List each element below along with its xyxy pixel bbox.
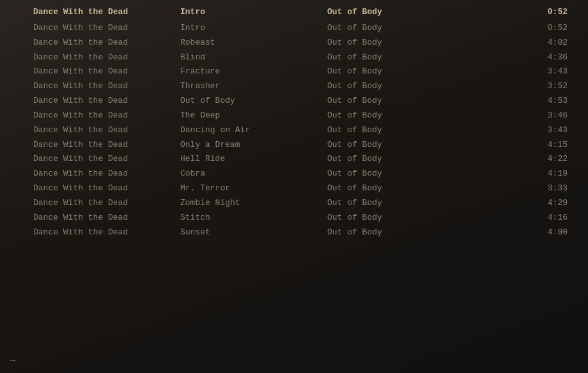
track-artist: Dance With the Dead bbox=[33, 37, 180, 49]
track-duration: 4:16 bbox=[474, 212, 578, 224]
track-duration: 3:46 bbox=[474, 110, 578, 122]
header-duration: 0:52 bbox=[474, 6, 578, 19]
track-duration: 4:19 bbox=[474, 168, 578, 180]
track-title: Hell Ride bbox=[180, 153, 327, 165]
track-album: Out of Body bbox=[327, 153, 474, 165]
track-album: Out of Body bbox=[327, 212, 474, 224]
track-duration: 3:33 bbox=[474, 183, 578, 195]
header-title: Intro bbox=[180, 6, 327, 19]
track-duration: 4:53 bbox=[474, 95, 578, 107]
track-title: Fracture bbox=[180, 66, 327, 78]
track-row[interactable]: Dance With the DeadOut of BodyOut of Bod… bbox=[0, 94, 588, 109]
track-artist: Dance With the Dead bbox=[33, 197, 180, 209]
track-duration: 4:02 bbox=[474, 37, 578, 49]
track-artist: Dance With the Dead bbox=[33, 212, 180, 224]
track-duration: 4:29 bbox=[474, 197, 578, 209]
track-title: Intro bbox=[180, 22, 327, 34]
track-album: Out of Body bbox=[327, 227, 474, 239]
header-album: Out of Body bbox=[327, 6, 474, 19]
track-title: The Deep bbox=[180, 110, 327, 122]
track-row[interactable]: Dance With the DeadRobeastOut of Body4:0… bbox=[0, 36, 588, 50]
track-album: Out of Body bbox=[327, 125, 474, 137]
track-artist: Dance With the Dead bbox=[33, 22, 180, 34]
track-row[interactable]: Dance With the DeadThrasherOut of Body3:… bbox=[0, 79, 588, 94]
track-album: Out of Body bbox=[327, 80, 474, 93]
track-title: Mr. Terror bbox=[180, 183, 327, 195]
track-album: Out of Body bbox=[327, 168, 474, 180]
track-duration: 4:00 bbox=[474, 227, 578, 239]
track-title: Thrasher bbox=[180, 80, 327, 93]
track-title: Only a Dream bbox=[180, 139, 327, 151]
track-artist: Dance With the Dead bbox=[33, 139, 180, 151]
track-duration: 0:52 bbox=[474, 22, 578, 34]
track-artist: Dance With the Dead bbox=[33, 183, 180, 195]
track-title: Robeast bbox=[180, 37, 327, 49]
track-title: Out of Body bbox=[180, 95, 327, 107]
track-album: Out of Body bbox=[327, 139, 474, 151]
track-row[interactable]: Dance With the DeadHell RideOut of Body4… bbox=[0, 152, 588, 167]
track-artist: Dance With the Dead bbox=[33, 95, 180, 107]
track-row[interactable]: Dance With the DeadStitchOut of Body4:16 bbox=[0, 211, 588, 225]
track-album: Out of Body bbox=[327, 95, 474, 107]
track-album: Out of Body bbox=[327, 22, 474, 34]
track-title: Sunset bbox=[180, 227, 327, 239]
track-row[interactable]: Dance With the DeadThe DeepOut of Body3:… bbox=[0, 109, 588, 123]
track-row[interactable]: Dance With the DeadCobraOut of Body4:19 bbox=[0, 167, 588, 181]
track-duration: 3:43 bbox=[474, 125, 578, 137]
track-title: Blind bbox=[180, 52, 327, 64]
track-album: Out of Body bbox=[327, 66, 474, 78]
track-duration: 4:36 bbox=[474, 52, 578, 64]
track-artist: Dance With the Dead bbox=[33, 110, 180, 122]
track-album: Out of Body bbox=[327, 197, 474, 209]
track-artist: Dance With the Dead bbox=[33, 168, 180, 180]
track-duration: 3:52 bbox=[474, 80, 578, 93]
track-row[interactable]: Dance With the DeadZombie NightOut of Bo… bbox=[0, 196, 588, 211]
track-row[interactable]: Dance With the DeadOnly a DreamOut of Bo… bbox=[0, 138, 588, 153]
track-artist: Dance With the Dead bbox=[33, 52, 180, 64]
header-artist: Dance With the Dead bbox=[33, 6, 180, 19]
track-duration: 3:43 bbox=[474, 66, 578, 78]
track-row[interactable]: Dance With the DeadFractureOut of Body3:… bbox=[0, 65, 588, 79]
track-title: Dancing on Air bbox=[180, 125, 327, 137]
track-album: Out of Body bbox=[327, 110, 474, 122]
track-duration: 4:22 bbox=[474, 153, 578, 165]
track-row[interactable]: Dance With the DeadIntroOut of Body0:52 bbox=[0, 21, 588, 36]
track-title: Zombie Night bbox=[180, 197, 327, 209]
track-artist: Dance With the Dead bbox=[33, 125, 180, 137]
track-title: Cobra bbox=[180, 168, 327, 180]
track-header-row: Dance With the Dead Intro Out of Body 0:… bbox=[0, 5, 588, 20]
track-list: Dance With the Dead Intro Out of Body 0:… bbox=[0, 0, 588, 245]
track-row[interactable]: Dance With the DeadBlindOut of Body4:36 bbox=[0, 50, 588, 65]
track-artist: Dance With the Dead bbox=[33, 153, 180, 165]
track-album: Out of Body bbox=[327, 52, 474, 64]
track-row[interactable]: Dance With the DeadMr. TerrorOut of Body… bbox=[0, 181, 588, 196]
track-album: Out of Body bbox=[327, 37, 474, 49]
track-artist: Dance With the Dead bbox=[33, 227, 180, 239]
track-artist: Dance With the Dead bbox=[33, 80, 180, 93]
bottom-arrow-icon: → bbox=[10, 356, 15, 365]
track-album: Out of Body bbox=[327, 183, 474, 195]
track-row[interactable]: Dance With the DeadDancing on AirOut of … bbox=[0, 123, 588, 138]
track-title: Stitch bbox=[180, 212, 327, 224]
track-row[interactable]: Dance With the DeadSunsetOut of Body4:00 bbox=[0, 225, 588, 240]
track-duration: 4:15 bbox=[474, 139, 578, 151]
track-artist: Dance With the Dead bbox=[33, 66, 180, 78]
